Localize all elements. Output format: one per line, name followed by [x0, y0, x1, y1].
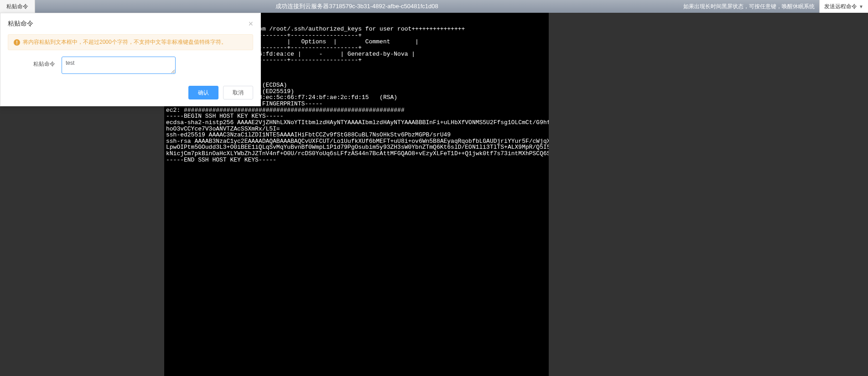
close-icon[interactable]: ×	[248, 20, 253, 28]
paste-command-row: 粘贴命令	[8, 57, 253, 74]
topbar-tab-label: 粘贴命令	[6, 3, 28, 10]
paste-command-label: 粘贴命令	[33, 57, 55, 68]
topbar-tab-paste[interactable]: 粘贴命令	[0, 0, 35, 13]
paste-command-modal: 粘贴命令 × ! 将内容粘贴到文本框中，不超过2000个字符，不支持中文等非标准…	[0, 13, 261, 106]
warning-icon: !	[14, 39, 20, 46]
wake-hint-text: 如果出现长时间黑屏状态，可按任意键，唤醒休眠系统	[679, 3, 819, 10]
confirm-button[interactable]: 确认	[188, 86, 218, 99]
chevron-down-icon: ▼	[859, 4, 863, 9]
modal-body: ! 将内容粘贴到文本框中，不超过2000个字符，不支持中文等非标准键盘值特殊字符…	[0, 34, 260, 81]
cancel-button[interactable]: 取消	[223, 86, 253, 99]
warning-banner: ! 将内容粘贴到文本框中，不超过2000个字符，不支持中文等非标准键盘值特殊字符…	[8, 34, 253, 50]
send-remote-command-label: 发送远程命令	[824, 3, 857, 10]
modal-footer: 确认 取消	[0, 81, 260, 106]
workspace: n x86_64 ++++++++Authorized keys from /r…	[0, 13, 868, 376]
warning-text: 将内容粘贴到文本框中，不超过2000个字符，不支持中文等非标准键盘值特殊字符。	[23, 38, 227, 46]
paste-command-textarea[interactable]	[62, 57, 176, 74]
topbar: 粘贴命令 成功连接到云服务器3718579c-3b31-4892-afbe-c5…	[0, 0, 868, 13]
send-remote-command-button[interactable]: 发送远程命令 ▼	[819, 0, 868, 13]
modal-header: 粘贴命令 ×	[0, 13, 260, 34]
modal-title: 粘贴命令	[8, 20, 33, 28]
connection-status-text: 成功连接到云服务器3718579c-3b31-4892-afbe-c50481f…	[35, 2, 679, 10]
